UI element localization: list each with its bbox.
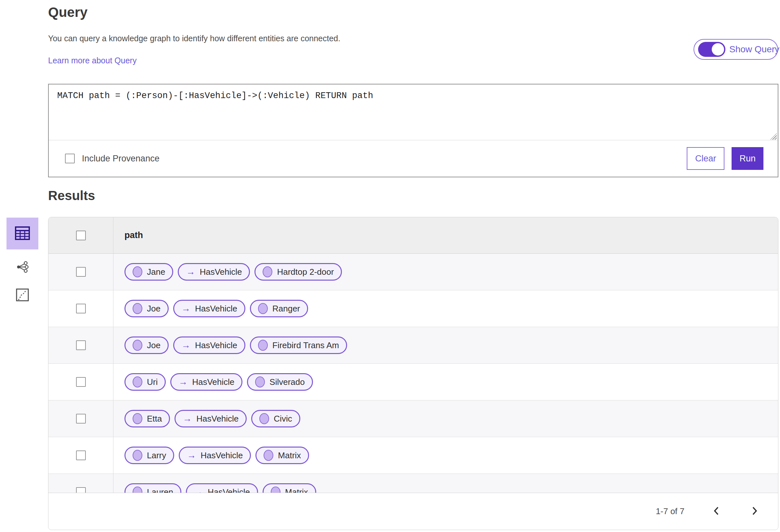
row-path-cell: Joe → HasVehicle Ranger: [113, 290, 778, 327]
query-input[interactable]: MATCH path = (:Person)-[:HasVehicle]->(:…: [49, 85, 778, 140]
relationship-label: HasVehicle: [200, 450, 243, 461]
table-row: Uri → HasVehicle Silverado: [48, 364, 778, 401]
path-pills: Jane → HasVehicle Hardtop 2-door: [125, 263, 342, 281]
results-table: path Jane → HasVehicle Hardtop 2-door: [48, 217, 778, 530]
page-title: Query: [48, 5, 87, 20]
header-checkbox-cell: [48, 217, 113, 253]
entity-label: Firebird Trans Am: [272, 340, 339, 351]
show-query-label: Show Query: [729, 44, 779, 55]
relationship-label: HasVehicle: [200, 267, 242, 277]
entity-label: Etta: [147, 414, 162, 424]
arrow-right-icon: →: [183, 414, 192, 423]
path-pills: Joe → HasVehicle Ranger: [125, 300, 308, 317]
entity-node-icon: [133, 450, 142, 461]
entity-node-icon: [133, 303, 142, 314]
entity-label: Ranger: [272, 304, 300, 314]
entity-pill-source[interactable]: Joe: [125, 336, 169, 354]
header-path-cell: path: [113, 217, 778, 253]
include-provenance-checkbox[interactable]: [65, 154, 75, 163]
results-title: Results: [48, 189, 95, 203]
path-pills: Etta → HasVehicle Civic: [125, 410, 300, 427]
include-provenance-control[interactable]: Include Provenance: [65, 154, 159, 164]
relationship-pill[interactable]: → HasVehicle: [178, 263, 250, 281]
entity-label: Matrix: [278, 450, 301, 461]
run-button[interactable]: Run: [732, 147, 764, 170]
entity-node-icon: [258, 303, 268, 314]
entity-node-icon: [262, 266, 272, 277]
row-checkbox[interactable]: [76, 267, 86, 277]
row-checkbox-cell: [48, 364, 113, 400]
chevron-right-icon: [751, 507, 758, 517]
toggle-on-icon[interactable]: [698, 42, 725, 57]
row-checkbox-cell: [48, 327, 113, 363]
arrow-right-icon: →: [179, 377, 188, 386]
toggle-knob: [712, 43, 724, 56]
entity-label: Silverado: [270, 377, 304, 387]
query-action-buttons: Clear Run: [687, 147, 764, 170]
chevron-left-icon: [713, 507, 720, 517]
entity-pill-target[interactable]: Silverado: [247, 373, 313, 391]
row-path-cell: Uri → HasVehicle Silverado: [113, 364, 778, 400]
query-panel-footer: Include Provenance Clear Run: [49, 140, 778, 177]
row-path-cell: Jane → HasVehicle Hardtop 2-door: [113, 254, 778, 290]
link-chart-view-button[interactable]: [12, 257, 33, 277]
row-checkbox[interactable]: [76, 377, 86, 387]
entity-node-icon: [258, 340, 268, 351]
arrow-right-icon: →: [186, 267, 195, 276]
entity-pill-source[interactable]: Larry: [125, 446, 174, 464]
select-all-checkbox[interactable]: [76, 230, 86, 241]
clear-button[interactable]: Clear: [687, 147, 725, 170]
arrow-right-icon: →: [181, 341, 190, 350]
row-checkbox-cell: [48, 401, 113, 437]
table-row: Larry → HasVehicle Matrix: [48, 437, 778, 474]
next-page-button[interactable]: [748, 505, 761, 518]
relationship-label: HasVehicle: [195, 340, 237, 351]
learn-more-link[interactable]: Learn more about Query: [48, 56, 137, 65]
entity-pill-source[interactable]: Joe: [125, 300, 169, 317]
query-panel: MATCH path = (:Person)-[:HasVehicle]->(:…: [48, 84, 778, 177]
path-pills: Larry → HasVehicle Matrix: [125, 446, 309, 464]
path-pills: Uri → HasVehicle Silverado: [125, 373, 313, 391]
entity-pill-source[interactable]: Jane: [125, 263, 173, 281]
table-icon: [15, 226, 30, 241]
path-column-header: path: [125, 230, 143, 241]
table-view-button[interactable]: [6, 218, 38, 250]
row-path-cell: Larry → HasVehicle Matrix: [113, 437, 778, 474]
row-checkbox[interactable]: [76, 414, 86, 424]
map-view-button[interactable]: [13, 286, 32, 305]
query-page: Query You can query a knowledge graph to…: [0, 0, 780, 532]
relationship-pill[interactable]: → HasVehicle: [170, 373, 242, 391]
table-row: Etta → HasVehicle Civic: [48, 401, 778, 437]
relationship-pill[interactable]: → HasVehicle: [179, 446, 251, 464]
entity-node-icon: [255, 376, 265, 387]
relationship-pill[interactable]: → HasVehicle: [175, 410, 247, 427]
entity-label: Joe: [147, 304, 160, 314]
entity-pill-source[interactable]: Uri: [125, 373, 166, 391]
entity-node-icon: [133, 376, 142, 387]
entity-pill-target[interactable]: Firebird Trans Am: [250, 336, 347, 354]
relationship-pill[interactable]: → HasVehicle: [173, 336, 245, 354]
row-checkbox[interactable]: [76, 450, 86, 460]
row-checkbox-cell: [48, 290, 113, 327]
entity-pill-target[interactable]: Civic: [251, 410, 300, 427]
previous-page-button[interactable]: [710, 505, 723, 518]
row-checkbox-cell: [48, 437, 113, 474]
link-chart-icon: [16, 261, 29, 274]
entity-pill-source[interactable]: Etta: [125, 410, 170, 427]
table-row: Joe → HasVehicle Ranger: [48, 290, 778, 327]
arrow-right-icon: →: [187, 451, 196, 460]
entity-pill-target[interactable]: Matrix: [255, 446, 309, 464]
relationship-pill[interactable]: → HasVehicle: [173, 300, 245, 317]
row-checkbox-cell: [48, 254, 113, 290]
pagination-range-label: 1-7 of 7: [656, 507, 684, 517]
entity-node-icon: [259, 413, 269, 424]
row-path-cell: Joe → HasVehicle Firebird Trans Am: [113, 327, 778, 363]
table-header-row: path: [48, 217, 778, 254]
row-checkbox[interactable]: [76, 340, 86, 350]
entity-pill-target[interactable]: Ranger: [250, 300, 308, 317]
table-row: Jane → HasVehicle Hardtop 2-door: [48, 254, 778, 290]
entity-pill-target[interactable]: Hardtop 2-door: [254, 263, 342, 281]
table-body: Jane → HasVehicle Hardtop 2-door Joe: [48, 254, 778, 511]
row-checkbox[interactable]: [76, 304, 86, 313]
show-query-toggle[interactable]: Show Query: [693, 39, 778, 60]
